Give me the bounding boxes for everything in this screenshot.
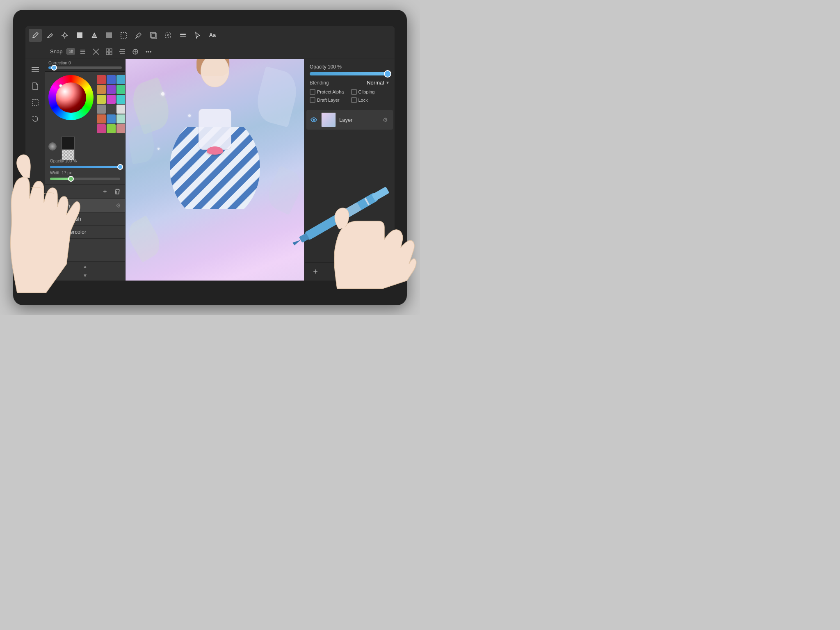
brush-scroll-down-btn[interactable]: ▼ bbox=[80, 272, 90, 280]
layer-item-0[interactable]: Layer ⚙ bbox=[306, 110, 393, 130]
pen-gear[interactable]: ⚙ bbox=[116, 202, 121, 209]
brush-list-header: + bbox=[45, 185, 125, 199]
pen-tool-btn[interactable] bbox=[29, 29, 42, 42]
transform-tool-btn[interactable] bbox=[58, 29, 71, 42]
swatch-1[interactable] bbox=[107, 75, 116, 84]
draft-layer-checkbox[interactable] bbox=[310, 97, 315, 103]
blending-value-row[interactable]: Normal ▼ bbox=[367, 80, 390, 86]
select-rect-btn[interactable] bbox=[117, 29, 130, 42]
svg-point-39 bbox=[313, 119, 315, 121]
swatch-3[interactable] bbox=[97, 85, 106, 94]
eyedrop-btn[interactable] bbox=[132, 29, 145, 42]
width-slider[interactable] bbox=[50, 178, 120, 180]
layer-options: Protect Alpha Clipping Draft Layer bbox=[310, 89, 390, 103]
brush-item-airbrush[interactable]: 50 AirBrush bbox=[45, 212, 125, 226]
swatch-5[interactable] bbox=[116, 85, 126, 94]
svg-point-30 bbox=[32, 222, 34, 224]
swatch-15[interactable] bbox=[97, 124, 106, 133]
sidebar-brush-btn[interactable] bbox=[28, 213, 43, 228]
swatch-10[interactable] bbox=[107, 105, 116, 114]
correction-slider-track[interactable] bbox=[48, 66, 122, 69]
swatch-4[interactable] bbox=[107, 85, 116, 94]
svg-rect-17 bbox=[110, 49, 112, 51]
layer-visibility-toggle[interactable] bbox=[310, 116, 318, 124]
canvas-area[interactable] bbox=[126, 59, 304, 281]
text-tool-btn[interactable]: Aa bbox=[206, 29, 219, 42]
clipping-label: Clipping bbox=[358, 89, 375, 94]
snap-grid-btn[interactable] bbox=[104, 46, 114, 57]
sidebar-menu-btn[interactable] bbox=[28, 62, 43, 77]
swatch-11[interactable] bbox=[116, 105, 126, 114]
delete-layer-btn[interactable] bbox=[378, 266, 390, 278]
swatch-8[interactable] bbox=[116, 95, 126, 104]
cursor-btn[interactable] bbox=[191, 29, 204, 42]
layer-settings-btn[interactable]: ⚙ bbox=[381, 115, 390, 124]
swatch-2[interactable] bbox=[116, 75, 126, 84]
svg-rect-32 bbox=[33, 235, 37, 236]
svg-rect-41 bbox=[381, 270, 386, 271]
snap-diagonal-lines-btn[interactable] bbox=[91, 46, 101, 57]
snap-status-badge[interactable]: off bbox=[66, 48, 75, 55]
select-layer-btn[interactable] bbox=[147, 29, 160, 42]
sidebar-redo-btn[interactable]: ↪ bbox=[28, 262, 43, 277]
watercolor-name: Watercolor bbox=[61, 229, 121, 235]
layer-move-btn[interactable] bbox=[176, 29, 189, 42]
fill-rect-btn[interactable] bbox=[73, 29, 86, 42]
delete-brush-btn[interactable] bbox=[112, 186, 123, 197]
svg-rect-4 bbox=[106, 32, 112, 38]
layer-opacity-slider[interactable] bbox=[310, 72, 390, 75]
snap-more-btn[interactable]: ••• bbox=[143, 46, 154, 57]
swatch-13[interactable] bbox=[107, 114, 116, 123]
snap-circle-btn[interactable] bbox=[130, 46, 141, 57]
svg-rect-5 bbox=[121, 32, 127, 38]
color-wheel[interactable] bbox=[48, 75, 94, 120]
svg-rect-9 bbox=[180, 34, 186, 35]
correction-label: Correction 0 bbox=[48, 61, 122, 65]
select-free-btn[interactable] bbox=[162, 29, 175, 42]
clipping-checkbox[interactable] bbox=[351, 89, 357, 95]
brush-scroll-up-btn[interactable]: ▲ bbox=[80, 262, 90, 271]
fg-color-box[interactable] bbox=[62, 137, 75, 150]
sidebar-undo-btn[interactable]: ↩ bbox=[28, 246, 43, 261]
sidebar-newfile-btn[interactable] bbox=[28, 79, 43, 94]
brush-item-pen[interactable]: 17 Pen ⚙ bbox=[45, 199, 125, 212]
airbrush-size: 50 bbox=[49, 217, 57, 221]
sidebar-select-btn[interactable] bbox=[28, 95, 43, 110]
color-fill-btn[interactable] bbox=[103, 29, 116, 42]
lock-checkbox[interactable] bbox=[351, 97, 357, 103]
toolbar-top: Aa bbox=[25, 26, 395, 44]
sidebar-rotate-btn[interactable] bbox=[28, 112, 43, 126]
protect-alpha-option[interactable]: Protect Alpha bbox=[310, 89, 349, 95]
blending-value: Normal bbox=[367, 80, 384, 86]
head bbox=[201, 59, 229, 87]
swatch-7[interactable] bbox=[107, 95, 116, 104]
clipping-option[interactable]: Clipping bbox=[351, 89, 390, 95]
blending-chevron-icon: ▼ bbox=[386, 80, 390, 85]
snap-perspective-btn[interactable] bbox=[117, 46, 128, 57]
swatch-12[interactable] bbox=[97, 114, 106, 123]
swatch-14[interactable] bbox=[116, 114, 126, 123]
draft-layer-option[interactable]: Draft Layer bbox=[310, 97, 349, 103]
bow-1 bbox=[207, 146, 223, 155]
swatch-9[interactable] bbox=[97, 105, 106, 114]
protect-alpha-checkbox[interactable] bbox=[310, 89, 315, 95]
svg-rect-19 bbox=[110, 52, 112, 55]
lock-option[interactable]: Lock bbox=[351, 97, 390, 103]
sidebar-layers-btn[interactable] bbox=[28, 230, 43, 244]
swatch-16[interactable] bbox=[107, 124, 116, 133]
add-brush-btn[interactable]: + bbox=[100, 186, 110, 197]
swatch-0[interactable] bbox=[97, 75, 106, 84]
layer-footer: + bbox=[305, 262, 395, 281]
airbrush-name: AirBrush bbox=[61, 216, 121, 222]
gradient-fill-btn[interactable] bbox=[88, 29, 101, 42]
swatch-6[interactable] bbox=[97, 95, 106, 104]
color-picker-circle[interactable] bbox=[48, 142, 57, 151]
opacity-slider[interactable] bbox=[50, 166, 120, 168]
lock-label: Lock bbox=[358, 98, 368, 103]
add-layer-btn[interactable]: + bbox=[310, 266, 321, 278]
eraser-tool-btn[interactable] bbox=[43, 29, 57, 42]
layer-thumbnail-0 bbox=[321, 112, 336, 127]
brush-item-watercolor[interactable]: 15 Watercolor bbox=[45, 226, 125, 239]
snap-lines-btn[interactable] bbox=[78, 46, 88, 57]
swatch-17[interactable] bbox=[116, 124, 126, 133]
